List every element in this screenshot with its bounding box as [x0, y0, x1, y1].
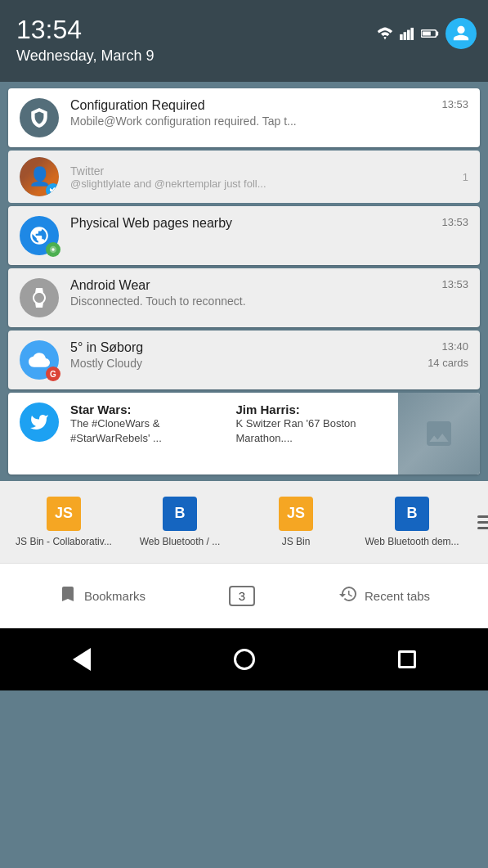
tweet-user2: Jim Harris:: [236, 403, 399, 416]
android-wear-content: Android Wear 13:53 Disconnected. Touch t…: [70, 278, 468, 308]
svg-rect-6: [423, 31, 431, 35]
browser-actions: Bookmarks 3 Recent tabs: [0, 563, 488, 628]
tab-label-1: JS Bin - Collaborativ...: [10, 536, 118, 547]
twitter-partial-avatar: 👤: [20, 157, 59, 196]
bluetooth-icon-1: B: [163, 497, 197, 531]
weather-notification[interactable]: G 5° in Søborg 13:40 Mostly Cloudy 14 ca…: [8, 331, 480, 389]
home-icon: [234, 649, 255, 670]
signal-icon: [400, 27, 414, 40]
config-time: 13:53: [441, 98, 468, 110]
tab-count[interactable]: 3: [229, 586, 255, 606]
weather-body: Mostly Cloudy: [70, 357, 142, 370]
svg-rect-3: [410, 28, 414, 40]
bookmarks-label: Bookmarks: [84, 589, 146, 603]
browser-tab-4[interactable]: B Web Bluetooth dem...: [355, 492, 469, 552]
browser-tab-2[interactable]: B Web Bluetooth / ...: [123, 492, 237, 552]
recent-tabs-action[interactable]: Recent tabs: [338, 584, 430, 609]
physical-web-notification[interactable]: Physical Web pages nearby 13:53: [8, 206, 480, 265]
tweet-twitter-icon: [20, 403, 59, 442]
svg-rect-5: [437, 31, 439, 35]
back-button[interactable]: [61, 639, 102, 680]
status-icons: [377, 18, 477, 49]
android-wear-icon: [20, 278, 59, 317]
twitter-partial-content: Twitter @slightlylate and @nekrtemplar j…: [70, 164, 463, 190]
recents-icon: [398, 650, 416, 668]
browser-tab-3[interactable]: JS JS Bin: [239, 492, 353, 552]
weather-content: 5° in Søborg 13:40 Mostly Cloudy 14 card…: [70, 340, 468, 370]
google-badge: G: [46, 367, 60, 381]
chrome-badge: [46, 242, 60, 257]
twitter-badge: [46, 183, 59, 196]
jsbin-icon-2: JS: [279, 497, 313, 531]
tab-label-3: JS Bin: [242, 536, 350, 547]
config-title: Configuration Required: [70, 98, 435, 113]
recent-tabs-label: Recent tabs: [365, 589, 430, 603]
tweet-col1: Star Wars: The #CloneWars & #StarWarRebe…: [70, 403, 233, 465]
twitter-partial-notification[interactable]: 👤 Twitter @slightlylate and @nekrtemplar…: [8, 151, 480, 203]
android-wear-title: Android Wear: [70, 278, 435, 293]
status-date: Wednesday, March 9: [16, 47, 154, 65]
weather-time: 13:40: [441, 340, 468, 353]
config-body: Mobile@Work configuration required. Tap …: [70, 115, 468, 128]
home-button[interactable]: [224, 639, 265, 680]
android-wear-time: 13:53: [441, 278, 468, 290]
android-wear-notification[interactable]: Android Wear 13:53 Disconnected. Touch t…: [8, 268, 480, 327]
tab-label-2: Web Bluetooth / ...: [126, 536, 234, 547]
wifi-icon: [377, 27, 393, 40]
tweet-icon-area: [8, 393, 70, 474]
tweet-image: [398, 393, 480, 474]
battery-icon: [421, 28, 439, 39]
tweet-text2: K Switzer Ran '67 Boston Marathon....: [236, 416, 399, 446]
menu-line-3: [477, 527, 488, 529]
svg-rect-2: [407, 30, 410, 40]
config-content: Configuration Required 13:53 Mobile@Work…: [70, 98, 468, 128]
bookmarks-icon: [58, 584, 78, 609]
svg-rect-0: [400, 34, 403, 40]
config-icon: [20, 98, 59, 137]
browser-tab-bar: JS JS Bin - Collaborativ... B Web Blueto…: [0, 481, 488, 563]
tweet-img-placeholder: [398, 393, 480, 474]
weather-cards: 14 cards: [428, 357, 468, 370]
tweet-col2: Jim Harris: K Switzer Ran '67 Boston Mar…: [236, 403, 399, 465]
tweet-content: Star Wars: The #CloneWars & #StarWarRebe…: [70, 393, 398, 474]
bookmarks-action[interactable]: Bookmarks: [58, 584, 146, 609]
status-bar: 13:54 Wednesday, March 9: [0, 0, 488, 82]
jsbin-icon-1: JS: [47, 497, 81, 531]
tab-label-4: Web Bluetooth dem...: [358, 536, 466, 547]
svg-rect-1: [404, 32, 407, 40]
weather-icon: G: [20, 340, 59, 380]
recents-button[interactable]: [387, 639, 428, 680]
browser-tab-1[interactable]: JS JS Bin - Collaborativ...: [7, 492, 121, 552]
physical-web-title: Physical Web pages nearby: [70, 216, 435, 231]
menu-line-1: [477, 515, 488, 518]
physical-web-icon: [20, 216, 59, 255]
tweet-user1: Star Wars:: [70, 403, 233, 416]
back-icon: [73, 648, 91, 671]
notifications-area: Configuration Required 13:53 Mobile@Work…: [0, 82, 488, 481]
config-notification[interactable]: Configuration Required 13:53 Mobile@Work…: [8, 88, 480, 147]
account-avatar[interactable]: [445, 18, 477, 49]
twitter-partial-username: Twitter: [70, 164, 463, 178]
twitter-partial-body: @slightlylate and @nekrtemplar just foll…: [70, 178, 463, 190]
menu-line-2: [477, 521, 488, 524]
weather-title: 5° in Søborg: [70, 340, 435, 355]
recent-tabs-icon: [338, 584, 358, 609]
physical-web-content: Physical Web pages nearby 13:53: [70, 216, 468, 232]
physical-web-time: 13:53: [441, 216, 468, 228]
twitter-partial-count: 1: [463, 171, 468, 183]
bluetooth-icon-2: B: [395, 497, 429, 531]
android-wear-body: Disconnected. Touch to reconnect.: [70, 295, 468, 308]
status-time: 13:54: [16, 15, 82, 45]
nav-bar: [0, 628, 488, 690]
tweet-notification[interactable]: Star Wars: The #CloneWars & #StarWarRebe…: [8, 393, 480, 474]
menu-button[interactable]: [471, 507, 488, 537]
tweet-text1: The #CloneWars & #StarWarRebels' ...: [70, 416, 233, 446]
